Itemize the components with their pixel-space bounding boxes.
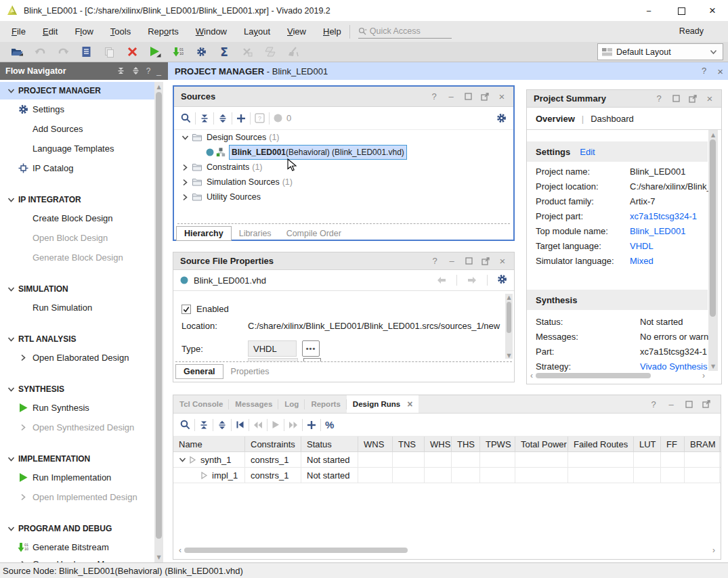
minimize-icon[interactable]: –	[446, 92, 456, 102]
dr-hscrollbar[interactable]: ‹›	[176, 546, 718, 555]
help-icon[interactable]: ?	[649, 399, 658, 409]
tab-overview[interactable]: Overview	[536, 114, 575, 124]
float-icon[interactable]	[480, 92, 490, 102]
maximize-button[interactable]	[671, 4, 691, 18]
scroll-down-icon[interactable]: ▼	[708, 362, 718, 370]
type-field[interactable]: VHDL	[248, 340, 297, 357]
help-icon[interactable]: ?	[430, 257, 440, 266]
nav-item-run-implementation[interactable]: Run Implementation	[0, 468, 154, 487]
layout-selector-dropdown[interactable]: Default Layout	[597, 43, 723, 60]
chevron-down-icon[interactable]	[6, 336, 16, 343]
tab-tcl-console[interactable]: Tcl Console	[173, 395, 229, 413]
step-back-icon[interactable]	[253, 421, 263, 429]
nav-section-simulation[interactable]: SIMULATION	[0, 280, 154, 298]
menu-view[interactable]: View	[282, 26, 312, 37]
table-row-impl_1[interactable]: impl_1constrs_1Not started	[173, 468, 721, 483]
nav-section-program-and-debug[interactable]: PROGRAM AND DEBUG	[0, 520, 154, 537]
table-row-synth_1[interactable]: synth_1constrs_1Not started	[173, 452, 721, 468]
chevron-down-icon[interactable]	[6, 386, 16, 393]
disabled-layers-button[interactable]	[263, 45, 278, 60]
maximize-icon[interactable]	[684, 399, 693, 409]
maximize-icon[interactable]	[463, 92, 473, 102]
column-header-status[interactable]: Status	[301, 437, 358, 451]
close-button[interactable]: ×	[702, 4, 723, 18]
nav-section-project-manager[interactable]: PROJECT MANAGER	[0, 82, 154, 99]
delete-button[interactable]	[125, 45, 140, 60]
maximize-icon[interactable]	[671, 94, 681, 104]
undo-button[interactable]	[33, 45, 47, 60]
back-arrow-icon[interactable]	[436, 276, 447, 284]
column-header-bram[interactable]: BRAM	[685, 437, 720, 451]
expand-all-icon[interactable]	[218, 114, 228, 123]
tree-row[interactable]: Utility Sources	[174, 190, 513, 204]
help-box-icon[interactable]: ?	[255, 113, 265, 123]
chevron-down-icon[interactable]	[6, 87, 16, 95]
menu-flow[interactable]: Flow	[69, 26, 98, 37]
summary-value[interactable]: Mixed	[630, 253, 654, 268]
nav-item-run-simulation[interactable]: Run Simulation	[0, 298, 154, 317]
help-icon[interactable]: ?	[146, 66, 151, 76]
chevron-right-icon[interactable]	[181, 179, 190, 186]
sfp-tab-general[interactable]: General	[175, 364, 223, 379]
float-icon[interactable]	[688, 94, 698, 104]
tab-messages[interactable]: Messages	[229, 395, 278, 413]
menu-window[interactable]: Window	[190, 26, 232, 37]
nav-section-synthesis[interactable]: SYNTHESIS	[0, 380, 154, 398]
minimize-icon[interactable]: –	[447, 257, 456, 266]
menu-edit[interactable]: Edit	[37, 26, 63, 37]
summary-value[interactable]: VHDL	[630, 238, 654, 253]
column-header-ths[interactable]: THS	[452, 437, 480, 451]
selected-source-item[interactable]: Blink_LED001(Behavioral) (Blink_LED001.v…	[229, 145, 407, 160]
close-icon[interactable]: ×	[498, 257, 507, 266]
chevron-down-icon[interactable]	[6, 525, 16, 533]
search-icon[interactable]	[180, 420, 190, 430]
add-sources-icon[interactable]	[236, 114, 246, 123]
disabled-clean-button[interactable]	[286, 45, 301, 60]
sources-settings-gear-icon[interactable]	[496, 113, 507, 123]
run-button[interactable]	[148, 45, 163, 60]
column-header-name[interactable]: Name	[173, 437, 245, 451]
tree-row[interactable]: Design Sources(1)	[174, 130, 513, 145]
sidebar-scrollbar-thumb[interactable]	[156, 92, 162, 539]
nav-item-run-synthesis[interactable]: Run Synthesis	[0, 398, 154, 418]
chevron-down-icon[interactable]	[6, 286, 16, 293]
minimize-button[interactable]: −	[639, 4, 659, 18]
nav-item-generate-block-design[interactable]: Generate Block Design	[0, 248, 154, 267]
collapse-all-icon[interactable]	[116, 66, 125, 75]
nav-item-open-implemented-design[interactable]: Open Implemented Design	[0, 487, 154, 507]
copy-button[interactable]	[102, 45, 116, 60]
open-project-button[interactable]	[9, 45, 24, 60]
summary-value[interactable]: Blink_LED001	[630, 223, 685, 238]
ps-hscrollbar[interactable]: ‹›	[528, 371, 708, 380]
settings-button[interactable]	[194, 45, 209, 60]
tab-dashboard[interactable]: Dashboard	[591, 114, 634, 124]
tab-design-runs[interactable]: Design Runs×	[347, 395, 419, 413]
step-forward-icon[interactable]	[288, 421, 298, 429]
close-tab-icon[interactable]: ×	[407, 399, 412, 409]
column-header-total-power[interactable]: Total Power	[515, 437, 568, 451]
column-header-tns[interactable]: TNS	[393, 437, 425, 451]
report-summary-button[interactable]: Σ	[217, 45, 232, 60]
nav-item-open-block-design[interactable]: Open Block Design	[0, 228, 154, 248]
percent-icon[interactable]: %	[325, 419, 334, 430]
sources-tab-compile-order[interactable]: Compile Order	[279, 226, 349, 241]
nav-item-ip-catalog[interactable]: IP Catalog	[0, 158, 154, 178]
nav-item-add-sources[interactable]: Add Sources	[0, 119, 154, 139]
menu-tools[interactable]: Tools	[105, 26, 136, 37]
tree-row[interactable]: Blink_LED001(Behavioral) (Blink_LED001.v…	[174, 145, 513, 160]
nav-section-rtl-analysis[interactable]: RTL ANALYSIS	[0, 330, 154, 348]
menu-reports[interactable]: Reports	[142, 26, 184, 37]
sfp-tab-properties[interactable]: Properties	[223, 364, 277, 379]
scroll-up-icon[interactable]: ▲	[154, 83, 163, 91]
menu-file[interactable]: File	[6, 26, 31, 37]
close-icon[interactable]: ×	[705, 94, 714, 104]
scroll-up-icon[interactable]: ▲	[505, 294, 513, 301]
column-header-lut[interactable]: LUT	[634, 437, 661, 451]
search-icon[interactable]	[181, 113, 191, 123]
column-header-constraints[interactable]: Constraints	[245, 437, 301, 451]
scroll-down-icon[interactable]: ▼	[154, 553, 163, 561]
chevron-right-icon[interactable]	[181, 194, 190, 201]
sources-tab-hierarchy[interactable]: Hierarchy	[176, 226, 232, 241]
column-header-failed-routes[interactable]: Failed Routes	[568, 437, 634, 451]
quick-access-search[interactable]: Quick Access	[358, 25, 452, 39]
